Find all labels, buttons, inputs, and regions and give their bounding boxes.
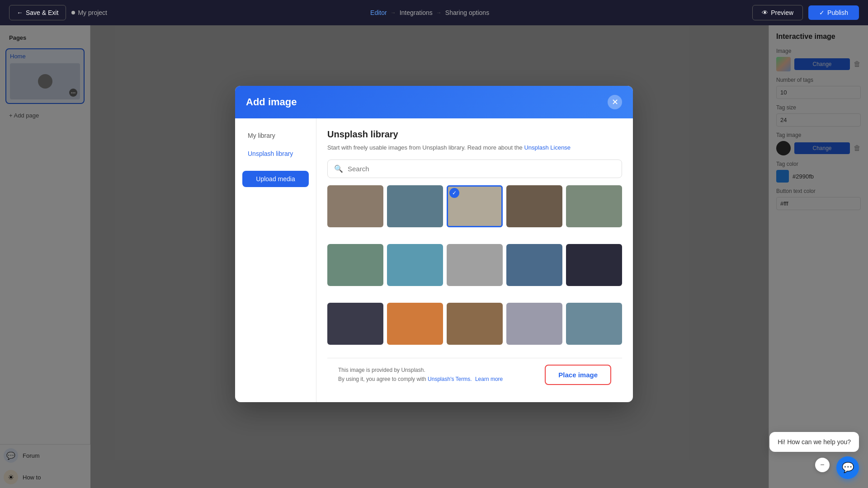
upload-media-button[interactable]: Upload media [242, 171, 309, 187]
modal-header: Add image ✕ [235, 86, 633, 118]
learn-more-link[interactable]: Learn more [475, 376, 503, 382]
step-arrow-1: → [391, 9, 396, 16]
check-icon: ✓ [819, 9, 825, 16]
image-grid: ✓ [327, 185, 622, 358]
modal-nav-unsplash[interactable]: Unsplash library [242, 145, 309, 162]
status-dot [71, 11, 75, 14]
chat-message-bubble: Hi! How can we help you? [769, 432, 859, 452]
modal-body: My library Unsplash library Upload media… [235, 118, 633, 402]
save-exit-button[interactable]: ← Save & Exit [9, 5, 66, 20]
step-arrow-2: → [436, 9, 442, 16]
unsplash-description: Start with freely usable images from Uns… [327, 143, 622, 152]
unsplash-license-link[interactable]: Unsplash License [524, 144, 571, 151]
modal-sidebar: My library Unsplash library Upload media [235, 118, 316, 402]
modal-footer: This image is provided by Unsplash. By u… [327, 358, 622, 391]
image-cell-8[interactable] [447, 244, 503, 286]
image-cell-11[interactable] [327, 303, 383, 345]
image-cell-2[interactable] [387, 185, 443, 227]
search-icon: 🔍 [334, 164, 343, 173]
add-image-modal: Add image ✕ My library Unsplash library … [235, 86, 633, 402]
image-cell-12[interactable] [387, 303, 443, 345]
preview-button[interactable]: 👁 Preview [752, 5, 803, 20]
image-cell-4[interactable] [506, 185, 562, 227]
step-editor[interactable]: Editor [370, 9, 387, 16]
nav-steps: Editor → Integrations → Sharing options [370, 9, 489, 16]
top-navigation: ← Save & Exit My project Editor → Integr… [0, 0, 868, 25]
arrow-left-icon: ← [17, 9, 23, 16]
messenger-icon: 💬 [842, 462, 854, 474]
modal-title: Add image [246, 96, 297, 108]
step-integrations[interactable]: Integrations [400, 9, 433, 16]
step-sharing-options[interactable]: Sharing options [445, 9, 489, 16]
image-cell-6[interactable] [327, 244, 383, 286]
zoom-minus-button[interactable]: − [815, 458, 830, 472]
search-input[interactable] [348, 165, 615, 173]
image-cell-3[interactable]: ✓ [447, 185, 503, 227]
selected-checkmark: ✓ [449, 188, 459, 198]
image-cell-10[interactable] [566, 244, 622, 286]
footer-info: This image is provided by Unsplash. By u… [338, 366, 503, 383]
image-cell-7[interactable] [387, 244, 443, 286]
image-cell-9[interactable] [506, 244, 562, 286]
image-cell-14[interactable] [506, 303, 562, 345]
chat-button[interactable]: 💬 [836, 456, 859, 479]
image-cell-5[interactable] [566, 185, 622, 227]
eye-icon: 👁 [762, 9, 768, 16]
nav-right: 👁 Preview ✓ Publish [752, 5, 859, 20]
image-cell-13[interactable] [447, 303, 503, 345]
modal-nav-my-library[interactable]: My library [242, 127, 309, 144]
nav-left: ← Save & Exit My project [9, 5, 107, 20]
modal-main: Unsplash library Start with freely usabl… [316, 118, 633, 402]
modal-close-button[interactable]: ✕ [608, 95, 622, 109]
search-box: 🔍 [327, 160, 622, 178]
image-cell-1[interactable] [327, 185, 383, 227]
unsplash-library-title: Unsplash library [327, 129, 622, 140]
modal-overlay[interactable]: Add image ✕ My library Unsplash library … [0, 0, 868, 488]
publish-button[interactable]: ✓ Publish [808, 5, 859, 20]
place-image-button[interactable]: Place image [545, 365, 611, 385]
image-cell-15[interactable] [566, 303, 622, 345]
project-name: My project [71, 9, 107, 16]
unsplash-terms-link[interactable]: Unsplash's Terms. [428, 376, 472, 382]
minus-icon: − [820, 461, 824, 469]
